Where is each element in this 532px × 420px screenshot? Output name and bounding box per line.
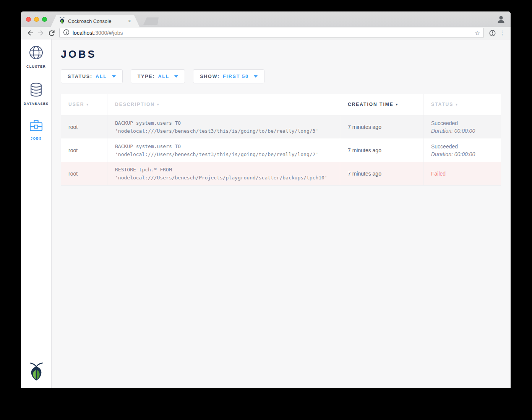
browser-tab[interactable]: Cockroach Console × (51, 15, 139, 27)
duration-text: Duration: 00:00:00 (431, 127, 501, 135)
main-content: JOBS STATUS: ALL TYPE: ALL SHOW: FIRST 5… (52, 39, 511, 388)
filter-value: ALL (158, 74, 169, 79)
column-header-user[interactable]: USER ▾ (61, 94, 107, 115)
sidebar-item-jobs[interactable]: JOBS (29, 120, 43, 140)
page-title: JOBS (61, 49, 511, 60)
status-cell: Succeeded Duration: 00:00:00 (423, 115, 501, 138)
status-cell: Failed (423, 162, 501, 185)
status-cell: Succeeded Duration: 00:00:00 (423, 138, 501, 162)
filter-label: STATUS: (68, 74, 92, 79)
briefcase-icon (29, 120, 43, 133)
browser-window: Cockroach Console × localhost:3000/#/job… (21, 11, 511, 388)
zoom-window-button[interactable] (42, 17, 47, 22)
show-filter-dropdown[interactable]: SHOW: FIRST 50 (193, 69, 264, 83)
filter-bar: STATUS: ALL TYPE: ALL SHOW: FIRST 50 (61, 69, 511, 83)
column-header-description[interactable]: DESCRIPTION ▾ (107, 94, 340, 115)
traffic-lights (26, 17, 47, 22)
status-filter-dropdown[interactable]: STATUS: ALL (61, 69, 123, 83)
sidebar-label-cluster: CLUSTER (26, 65, 46, 68)
filter-value: FIRST 50 (223, 74, 249, 79)
bookmark-star-icon[interactable]: ☆ (475, 29, 480, 37)
column-header-status[interactable]: STATUS ▾ (423, 94, 501, 115)
sort-caret-icon: ▾ (157, 103, 160, 106)
sort-caret-icon: ▾ (456, 103, 458, 106)
chevron-down-icon (254, 75, 258, 78)
sort-caret-icon: ▾ (86, 103, 89, 106)
url-host: localhost (73, 30, 94, 36)
sidebar: CLUSTER DATABASES (21, 39, 52, 388)
sidebar-item-cluster[interactable]: CLUSTER (26, 46, 46, 68)
column-header-creation-time[interactable]: CREATION TIME ▾ (340, 94, 423, 115)
creation-time-cell: 7 minutes ago (340, 138, 423, 162)
extension-icon[interactable] (487, 28, 498, 38)
table-row: root BACKUP system.users TO 'nodelocal:/… (61, 138, 501, 162)
profile-avatar-icon[interactable] (497, 15, 505, 25)
type-filter-dropdown[interactable]: TYPE: ALL (131, 69, 185, 83)
status-badge: Succeeded (431, 143, 501, 150)
url-text[interactable]: localhost:3000/#/jobs (73, 30, 475, 36)
globe-icon (29, 46, 43, 61)
close-tab-icon[interactable]: × (128, 18, 131, 24)
sidebar-label-jobs: JOBS (31, 137, 42, 140)
browser-menu-icon[interactable]: ⋮ (498, 28, 507, 38)
sidebar-label-databases: DATABASES (24, 102, 49, 106)
sidebar-item-databases[interactable]: DATABASES (24, 83, 49, 106)
chevron-down-icon (112, 75, 116, 78)
filter-label: SHOW: (200, 74, 220, 79)
tab-strip: Cockroach Console × (21, 11, 511, 27)
user-cell: root (61, 138, 107, 162)
reload-icon[interactable] (46, 28, 57, 38)
browser-toolbar: localhost:3000/#/jobs ☆ ⋮ (21, 27, 511, 39)
database-icon (30, 83, 42, 98)
url-bar[interactable]: localhost:3000/#/jobs ☆ (59, 28, 484, 38)
cockroach-logo-icon (29, 361, 44, 382)
creation-time-cell: 7 minutes ago (340, 115, 423, 138)
table-header-row: USER ▾ DESCRIPTION ▾ CREATION TIME ▾ STA… (61, 94, 501, 115)
creation-time-cell: 7 minutes ago (340, 162, 423, 185)
minimize-window-button[interactable] (34, 17, 39, 22)
duration-text: Duration: 00:00:00 (431, 150, 501, 158)
sort-caret-icon: ▾ (396, 103, 399, 106)
status-badge: Failed (431, 170, 501, 177)
jobs-table: USER ▾ DESCRIPTION ▾ CREATION TIME ▾ STA… (61, 94, 501, 186)
filter-label: TYPE: (138, 74, 155, 79)
close-window-button[interactable] (26, 17, 31, 22)
chevron-down-icon (174, 75, 178, 78)
description-cell: RESTORE tpch.* FROM 'nodelocal:///Users/… (107, 162, 340, 185)
status-badge: Succeeded (431, 119, 501, 127)
description-cell: BACKUP system.users TO 'nodelocal:///Use… (107, 115, 340, 138)
table-row: root RESTORE tpch.* FROM 'nodelocal:///U… (61, 162, 501, 185)
new-tab-button[interactable] (143, 18, 159, 25)
page-info-icon[interactable] (63, 29, 70, 37)
app-content: CLUSTER DATABASES (21, 39, 511, 388)
forward-icon (36, 28, 46, 38)
tab-title: Cockroach Console (68, 18, 128, 24)
filter-value: ALL (96, 74, 107, 79)
user-cell: root (61, 162, 107, 185)
url-path: :3000/#/jobs (94, 30, 123, 36)
table-row: root BACKUP system.users TO 'nodelocal:/… (61, 115, 501, 138)
back-icon[interactable] (25, 28, 36, 38)
user-cell: root (61, 115, 107, 138)
description-cell: BACKUP system.users TO 'nodelocal:///Use… (107, 138, 340, 162)
favicon-cockroach-icon (59, 17, 65, 25)
